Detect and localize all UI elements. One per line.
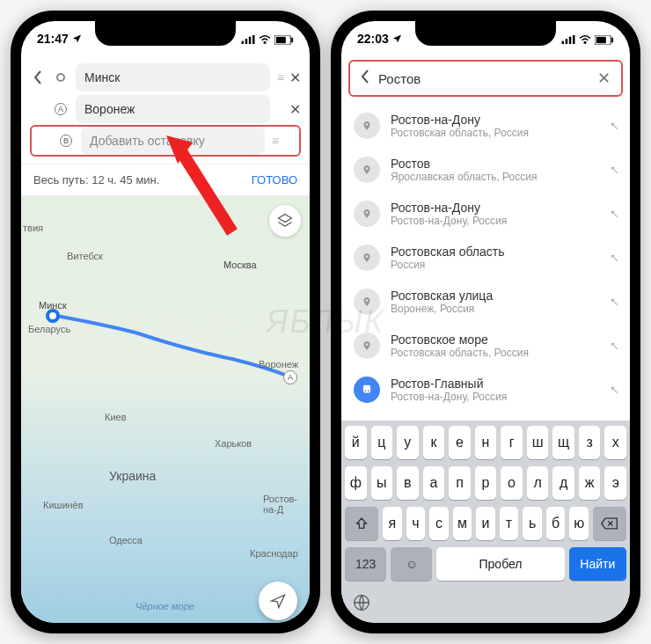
layers-button[interactable] [269, 205, 301, 237]
svg-point-23 [364, 390, 366, 392]
letter-key[interactable]: г [501, 426, 523, 459]
map-label: Чёрное море [135, 601, 194, 611]
letter-key[interactable]: ю [569, 507, 589, 540]
space-key[interactable]: Пробел [436, 547, 564, 581]
letter-key[interactable]: с [429, 507, 449, 540]
letter-key[interactable]: а [423, 466, 445, 500]
clear-origin-button[interactable]: ✕ [289, 70, 301, 86]
letter-key[interactable]: ж [579, 466, 601, 500]
drag-handle-icon[interactable]: ≡ [272, 134, 277, 148]
battery-icon [274, 32, 294, 46]
letter-key[interactable]: ц [371, 426, 393, 459]
status-time: 21:47 [37, 32, 69, 46]
svg-point-18 [366, 211, 369, 214]
letter-key[interactable]: й [345, 426, 367, 459]
clear-search-button[interactable]: ✕ [597, 69, 611, 88]
insert-arrow-icon[interactable]: ↑ [606, 294, 622, 310]
globe-key[interactable] [352, 593, 371, 616]
map-label: Витебск [67, 251, 103, 261]
search-result-row[interactable]: Ростов-на-Дону Ростов-на-Дону, Россия ↑ [341, 192, 630, 236]
letter-key[interactable]: л [527, 466, 549, 500]
signal-icon [241, 32, 255, 46]
letter-key[interactable]: и [476, 507, 495, 540]
clear-stop-a-button[interactable]: ✕ [289, 101, 301, 118]
letter-key[interactable]: ы [371, 466, 393, 500]
add-stop-input[interactable] [81, 127, 265, 155]
letter-key[interactable]: о [501, 466, 523, 500]
battery-icon [595, 32, 614, 46]
insert-arrow-icon[interactable]: ↑ [606, 250, 622, 266]
back-button[interactable] [361, 70, 369, 87]
search-result-row[interactable]: Ростовская область Россия ↑ [341, 236, 630, 280]
insert-arrow-icon[interactable]: ↑ [606, 382, 622, 398]
letter-key[interactable]: э [604, 466, 626, 500]
stop-a-input[interactable] [76, 95, 270, 123]
route-time-text: Весь путь: 12 ч. 45 мин. [33, 173, 159, 187]
letter-key[interactable]: з [579, 426, 601, 459]
emoji-key[interactable]: ☺ [391, 547, 432, 581]
backspace-key[interactable] [593, 507, 626, 540]
letter-key[interactable]: д [552, 466, 574, 500]
drag-handle-icon[interactable]: ≡ [277, 70, 282, 84]
pin-icon [354, 333, 380, 359]
letter-key[interactable]: ш [527, 426, 549, 459]
search-key[interactable]: Найти [569, 547, 626, 581]
svg-rect-3 [252, 35, 255, 44]
letter-key[interactable]: я [383, 507, 402, 540]
svg-point-21 [366, 343, 369, 346]
location-arrow-icon [72, 32, 82, 46]
notch [95, 21, 236, 46]
search-result-row[interactable]: Ростовская улица Воронеж, Россия ↑ [341, 280, 630, 324]
svg-rect-6 [276, 37, 286, 43]
letter-key[interactable]: в [397, 466, 419, 500]
svg-rect-15 [611, 38, 613, 43]
origin-marker-icon [53, 73, 69, 82]
search-input[interactable] [378, 71, 589, 86]
letter-key[interactable]: у [397, 426, 419, 459]
back-button[interactable] [30, 70, 46, 84]
directions-panel: ≡ ✕ A ≡ ✕ B ≡ ✕ [21, 56, 310, 165]
search-result-row[interactable]: Ростов Ярославская область, Россия ↑ [341, 148, 630, 192]
shift-key[interactable] [345, 507, 378, 540]
svg-rect-11 [573, 35, 575, 44]
search-result-row[interactable]: Ростов-на-Дону Ростовская область, Росси… [341, 104, 630, 148]
letter-key[interactable]: к [423, 426, 445, 459]
letter-key[interactable]: е [449, 426, 471, 459]
letter-key[interactable]: ф [345, 466, 367, 500]
letter-key[interactable]: х [604, 426, 626, 459]
map-label: Краснодар [250, 548, 298, 559]
letter-key[interactable]: щ [552, 426, 574, 459]
letter-key[interactable]: т [500, 507, 519, 540]
letter-key[interactable]: б [546, 507, 566, 540]
map-label: Украина [109, 469, 156, 483]
map-label: Харьков [215, 438, 252, 449]
insert-arrow-icon[interactable]: ↑ [606, 162, 622, 178]
result-text: Ростов-на-Дону Ростовская область, Росси… [391, 113, 600, 139]
origin-input[interactable] [76, 63, 270, 91]
map-label: Киев [105, 412, 127, 422]
search-result-row[interactable]: Ростов-Главный Ростов-на-Дону, Россия ↑ [341, 368, 630, 412]
search-result-row[interactable]: Ростовское море Ростовская область, Росс… [341, 324, 630, 368]
letter-key[interactable]: п [449, 466, 471, 500]
pin-icon [354, 201, 380, 227]
svg-rect-10 [569, 37, 572, 44]
svg-point-19 [366, 255, 369, 258]
letter-key[interactable]: ч [406, 507, 426, 540]
insert-arrow-icon[interactable]: ↑ [606, 118, 622, 134]
letter-key[interactable]: р [475, 466, 497, 500]
svg-point-17 [366, 167, 369, 170]
result-text: Ростовская улица Воронеж, Россия [391, 289, 600, 315]
numeric-key[interactable]: 123 [345, 547, 386, 581]
map-canvas[interactable]: A твия Витебск Минск Беларусь Москва Вор… [21, 196, 310, 623]
svg-point-12 [584, 42, 586, 44]
svg-point-20 [366, 299, 369, 302]
letter-key[interactable]: н [475, 426, 497, 459]
letter-key[interactable]: м [453, 507, 472, 540]
svg-rect-0 [242, 41, 245, 44]
insert-arrow-icon[interactable]: ↑ [606, 338, 622, 354]
map-label: твия [23, 223, 43, 233]
letter-key[interactable]: ь [523, 507, 542, 540]
insert-arrow-icon[interactable]: ↑ [606, 206, 622, 222]
locate-button[interactable] [259, 582, 297, 620]
done-button[interactable]: ГОТОВО [252, 173, 297, 187]
